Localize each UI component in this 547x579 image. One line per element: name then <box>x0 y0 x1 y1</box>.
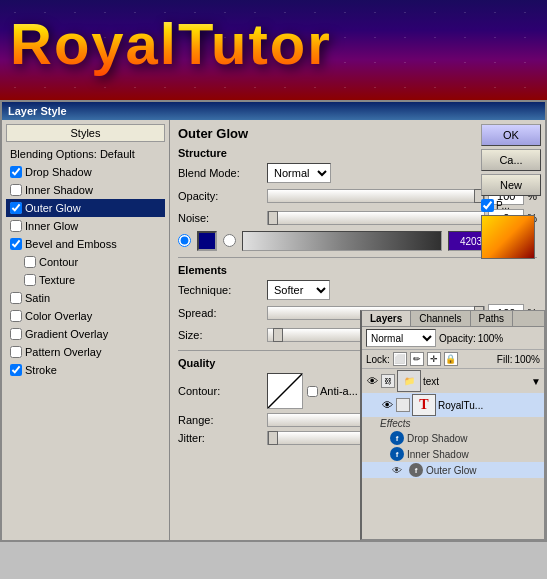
gradient-preview[interactable] <box>242 231 442 251</box>
noise-label: Noise: <box>178 212 263 224</box>
color-swatch[interactable] <box>197 231 217 251</box>
sidebar-item-pattern-overlay[interactable]: Pattern Overlay <box>6 343 165 361</box>
new-button[interactable]: New <box>481 174 541 196</box>
lock-row: Lock: ⬜ ✏ ✛ 🔒 Fill: 100% <box>362 350 544 369</box>
lock-transparent-button[interactable]: ⬜ <box>393 352 407 366</box>
sidebar-item-color-overlay[interactable]: Color Overlay <box>6 307 165 325</box>
sidebar-item-contour[interactable]: Contour <box>6 253 165 271</box>
layer-thumb-T: T <box>412 394 436 416</box>
effect-row-outer-glow[interactable]: 👁 f Outer Glow <box>362 462 544 478</box>
opacity-label-layers: Opacity: <box>439 333 476 344</box>
lock-label: Lock: <box>366 354 390 365</box>
sidebar-item-stroke[interactable]: Stroke <box>6 361 165 379</box>
effect-row-drop-shadow[interactable]: f Drop Shadow <box>362 430 544 446</box>
drop-shadow-checkbox[interactable] <box>10 166 22 178</box>
elements-title: Elements <box>178 264 537 276</box>
lock-all-button[interactable]: 🔒 <box>444 352 458 366</box>
effects-header: Effects <box>362 417 544 430</box>
sidebar-item-bevel-emboss[interactable]: Bevel and Emboss <box>6 235 165 253</box>
gradient-radio[interactable] <box>223 234 236 247</box>
layers-panel: Layers Channels Paths Normal Opacity: 10… <box>360 310 545 540</box>
color-radio-1-container <box>178 234 191 249</box>
sidebar-item-gradient-overlay[interactable]: Gradient Overlay <box>6 325 165 343</box>
color-radio-2-container <box>223 234 236 249</box>
chain-icon: ⛓ <box>381 374 395 388</box>
preview-label: P... <box>496 200 510 211</box>
layer-name-T: RoyalTu... <box>438 400 541 411</box>
bevel-emboss-checkbox[interactable] <box>10 238 22 250</box>
stroke-checkbox[interactable] <box>10 364 22 376</box>
sidebar-item-outer-glow[interactable]: Outer Glow <box>6 199 165 217</box>
noise-slider[interactable] <box>267 211 485 225</box>
layer-row-text-group[interactable]: 👁 ⛓ 📁 text ▼ <box>362 369 544 393</box>
outer-glow-checkbox[interactable] <box>10 202 22 214</box>
eye-icon-T[interactable]: 👁 <box>380 398 394 412</box>
fx-icon-outer-glow: f <box>409 463 423 477</box>
inner-shadow-checkbox[interactable] <box>10 184 22 196</box>
sidebar-item-blending-options[interactable]: Blending Options: Default <box>6 145 165 163</box>
blend-mode-select[interactable]: NormalMultiplyScreen <box>267 163 331 183</box>
layers-controls: Normal Opacity: 100% <box>362 327 544 350</box>
fx-icon-inner-shadow: f <box>390 447 404 461</box>
fill-control: Fill: 100% <box>497 354 540 365</box>
sidebar-item-inner-shadow[interactable]: Inner Shadow <box>6 181 165 199</box>
tab-layers[interactable]: Layers <box>362 311 411 326</box>
blending-options-label: Blending Options: Default <box>10 148 135 160</box>
ok-button[interactable]: OK <box>481 124 541 146</box>
eye-icon-text-group[interactable]: 👁 <box>365 374 379 388</box>
styles-label: Styles <box>6 124 165 142</box>
chain-icon-T <box>396 398 410 412</box>
technique-label: Technique: <box>178 284 263 296</box>
color-overlay-checkbox[interactable] <box>10 310 22 322</box>
dialog-titlebar: Layer Style <box>2 102 545 120</box>
lock-paint-button[interactable]: ✏ <box>410 352 424 366</box>
range-label: Range: <box>178 414 263 426</box>
layers-tab-bar: Layers Channels Paths <box>362 311 544 327</box>
effect-label-inner-shadow: Inner Shadow <box>407 449 469 460</box>
satin-checkbox[interactable] <box>10 292 22 304</box>
technique-row: Technique: SofterPrecise <box>178 280 537 300</box>
jitter-label: Jitter: <box>178 432 263 444</box>
layer-folder-thumb: 📁 <box>397 370 421 392</box>
opacity-slider[interactable] <box>267 189 485 203</box>
banner-title: RoyalTutor <box>10 10 332 77</box>
gradient-overlay-checkbox[interactable] <box>10 328 22 340</box>
tab-channels[interactable]: Channels <box>411 311 470 326</box>
sidebar-item-texture[interactable]: Texture <box>6 271 165 289</box>
main-content-area: OK Ca... New P... Outer Glow Structure B… <box>170 120 545 540</box>
blend-mode-label: Blend Mode: <box>178 167 263 179</box>
opacity-value-layers: 100% <box>478 333 504 344</box>
preview-checkbox[interactable] <box>481 199 494 212</box>
expand-icon[interactable]: ▼ <box>531 376 541 387</box>
layer-row-T[interactable]: 👁 T RoyalTu... <box>362 393 544 417</box>
dialog-body: Styles Blending Options: Default Drop Sh… <box>2 120 545 540</box>
eye-icon-outer-glow[interactable]: 👁 <box>390 463 404 477</box>
cancel-button[interactable]: Ca... <box>481 149 541 171</box>
sidebar-item-satin[interactable]: Satin <box>6 289 165 307</box>
effect-label-outer-glow: Outer Glow <box>426 465 477 476</box>
effect-row-inner-shadow[interactable]: f Inner Shadow <box>362 446 544 462</box>
anti-alias-checkbox[interactable] <box>307 386 318 397</box>
pattern-overlay-checkbox[interactable] <box>10 346 22 358</box>
fx-icon-drop-shadow: f <box>390 431 404 445</box>
sidebar-item-inner-glow[interactable]: Inner Glow <box>6 217 165 235</box>
opacity-label: Opacity: <box>178 190 263 202</box>
contour-preview[interactable] <box>267 373 303 409</box>
contour-label: Contour: <box>178 385 263 397</box>
anti-alias-label: Anti-a... <box>320 385 358 397</box>
contour-checkbox[interactable] <box>24 256 36 268</box>
blend-mode-layers-select[interactable]: Normal <box>366 329 436 347</box>
technique-select[interactable]: SofterPrecise <box>267 280 330 300</box>
color-radio[interactable] <box>178 234 191 247</box>
anti-alias-container: Anti-a... <box>307 385 358 397</box>
sidebar-item-drop-shadow[interactable]: Drop Shadow <box>6 163 165 181</box>
texture-checkbox[interactable] <box>24 274 36 286</box>
layer-name-text-group: text <box>423 376 529 387</box>
preview-check: P... <box>481 199 541 212</box>
effects-label: Effects <box>380 418 411 429</box>
layer-style-sidebar: Styles Blending Options: Default Drop Sh… <box>2 120 170 540</box>
spread-label: Spread: <box>178 307 263 319</box>
lock-move-button[interactable]: ✛ <box>427 352 441 366</box>
inner-glow-checkbox[interactable] <box>10 220 22 232</box>
tab-paths[interactable]: Paths <box>471 311 514 326</box>
